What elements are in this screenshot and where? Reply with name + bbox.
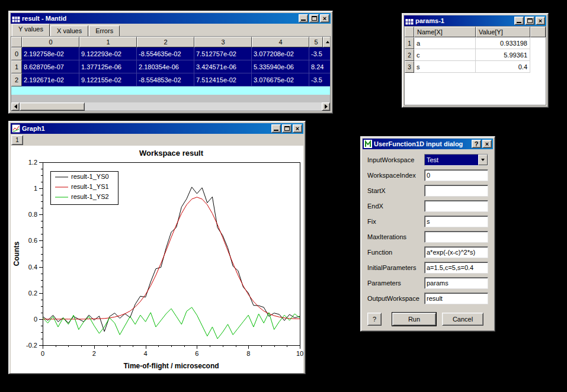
row-header[interactable]: 1 [11,60,22,73]
maximize-button[interactable] [282,124,291,133]
params-titlebar[interactable]: params-1 × [404,15,546,26]
table-row[interactable]: 2 2.192671e-02 9.122155e-02 -8.554853e-0… [11,73,330,86]
context-help-button[interactable]: ? [472,140,481,148]
horizontal-scrollbar[interactable] [11,102,330,111]
param-name-cell[interactable]: c [414,49,476,61]
cancel-button[interactable]: Cancel [442,313,483,326]
tab-y-values[interactable]: Y values [12,24,50,36]
maximize-button[interactable] [525,17,534,25]
column-header[interactable]: 4 [252,37,309,47]
workspaceindex-input[interactable] [424,169,488,181]
help-button[interactable]: ? [367,313,382,326]
svg-text:-0.2: -0.2 [26,342,37,349]
close-button[interactable]: × [293,124,302,133]
tab-errors[interactable]: Errors [89,25,120,36]
svg-text:10: 10 [296,350,303,357]
initialparameters-input[interactable] [424,262,488,274]
row-header[interactable]: 0 [11,47,22,60]
plot-canvas[interactable]: Workspace result0246810-0.200.20.40.60.8… [11,146,303,373]
header-filler [530,27,546,37]
run-button[interactable]: Run [392,313,436,326]
svg-text:6: 6 [195,350,198,357]
table-cell[interactable]: -8.554853e-02 [137,73,194,86]
row-header[interactable]: 3 [405,61,414,73]
row-header[interactable]: 2 [11,73,22,86]
table-cell[interactable]: 9.122293e-02 [79,47,137,60]
table-cell[interactable]: 2.192671e-02 [22,73,79,86]
minimize-button[interactable] [271,124,281,133]
column-header[interactable]: 3 [194,37,252,47]
table-cell[interactable]: 9.122155e-02 [79,73,137,86]
table-cell[interactable]: 7.512415e-02 [194,73,252,86]
params-window-title: params-1 [415,17,512,24]
column-header[interactable]: 0 [22,37,79,47]
param-value-cell[interactable]: 0.933198 [476,37,530,49]
graph-icon [12,124,20,133]
chevron-down-icon [481,159,485,161]
table-cell[interactable]: 2.192758e-02 [22,47,79,60]
dialog-body: InputWorkspace Test WorkspaceIndex Start… [363,149,493,308]
column-header[interactable]: Value[Y] [476,27,530,37]
param-name-cell[interactable]: a [414,37,476,49]
inputworkspace-combo[interactable]: Test [424,154,488,166]
scrollbar-thumb[interactable] [20,102,85,111]
layer-1-button[interactable]: 1 [11,135,23,145]
row-header[interactable]: 2 [405,49,414,61]
table-cell[interactable]: 3.424571e-06 [194,60,252,73]
scroll-left-button[interactable] [11,102,20,111]
table-cell[interactable]: -3.5 [309,47,331,60]
column-header[interactable]: 5 [309,37,323,47]
startx-input[interactable] [424,185,488,197]
table-cell[interactable]: 1.377125e-06 [79,60,137,73]
svg-text:1.2: 1.2 [28,159,37,166]
param-value-cell[interactable]: 0.4 [476,61,530,73]
scroll-right-button[interactable] [322,102,330,111]
combo-selected-value: Test [425,155,478,165]
table-cell[interactable]: 8.24 [309,60,331,73]
current-row-highlight[interactable] [11,86,330,95]
scroll-up-button[interactable] [323,37,331,47]
outputworkspace-input[interactable] [424,293,488,304]
maximize-button[interactable] [309,14,319,23]
table-row[interactable]: 1 a 0.933198 [405,37,546,49]
combo-dropdown-button[interactable] [478,155,488,165]
close-button[interactable]: × [482,140,492,148]
tab-x-values[interactable]: X values [50,25,88,36]
parameters-input[interactable] [424,277,488,289]
table-cell[interactable]: 5.335940e-06 [252,60,309,73]
column-header[interactable]: Name[X] [414,27,476,37]
close-icon: × [296,125,299,132]
close-button[interactable]: × [320,14,329,23]
scrollbar-track[interactable] [20,102,322,111]
table-cell[interactable]: -3.5 [309,73,331,86]
column-header[interactable]: 1 [79,37,137,47]
param-value-cell[interactable]: 5.99361 [476,49,530,61]
minimize-button[interactable] [514,17,524,25]
minimize-button[interactable] [299,14,308,23]
fix-input[interactable] [424,216,488,227]
table-row[interactable]: 0 2.192758e-02 9.122293e-02 -8.554635e-0… [11,47,330,60]
table-row[interactable]: 2 c 5.99361 [405,49,546,61]
dialog-titlebar[interactable]: UserFunction1D input dialog ? × [363,139,493,149]
table-cell[interactable]: 2.180354e-06 [137,60,194,73]
table-cell[interactable]: -8.554635e-02 [137,47,194,60]
column-header[interactable]: 2 [137,37,194,47]
svg-text:Time-of-flight / microsecond: Time-of-flight / microsecond [123,362,219,370]
endx-input[interactable] [424,200,488,212]
close-button[interactable]: × [536,17,545,25]
row-header[interactable]: 1 [405,37,414,49]
table-cell[interactable]: 3.076675e-02 [252,73,309,86]
table-cell[interactable]: 8.628705e-07 [22,60,79,73]
result-titlebar[interactable]: result - Mantid × [11,13,331,24]
field-label-maxiterations: MaxIterations [367,233,424,240]
param-name-cell[interactable]: s [414,61,476,73]
table-cell[interactable]: 7.512757e-02 [194,47,252,60]
table-cell[interactable]: 3.077208e-02 [252,47,309,60]
svg-text:result-1_YS0: result-1_YS0 [71,173,109,180]
table-row[interactable]: 3 s 0.4 [405,61,546,73]
maxiterations-input[interactable] [424,231,488,243]
arrow-right-icon [325,104,328,109]
graph-titlebar[interactable]: Graph1 × [11,123,303,134]
table-row[interactable]: 1 8.628705e-07 1.377125e-06 2.180354e-06… [11,60,330,73]
function-input[interactable] [424,246,488,258]
